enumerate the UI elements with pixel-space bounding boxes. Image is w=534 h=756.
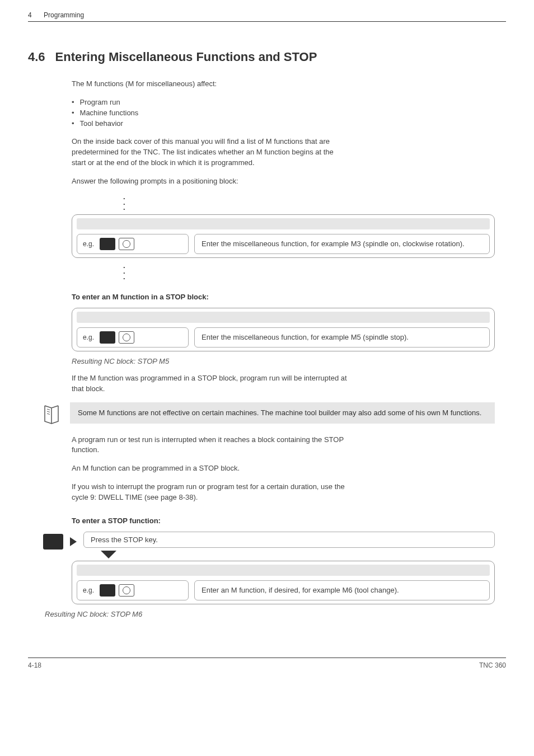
down-arrow-wrap <box>101 551 506 558</box>
eg-label: e.g. <box>83 586 94 594</box>
section-title-text: Entering Miscellaneous Functions and STO… <box>55 50 317 64</box>
stop-key-icon <box>43 534 63 550</box>
chapter-title: Programming <box>44 11 84 19</box>
para-1: A program run or test run is interrupted… <box>72 435 363 456</box>
key-sequence: e.g. <box>77 327 189 348</box>
prompt-description: Enter the miscellaneous function, for ex… <box>194 327 490 348</box>
chapter-number: 4 <box>28 11 32 19</box>
prompt-box-2: e.g. Enter the miscellaneous function, f… <box>72 308 495 351</box>
eg-label: e.g. <box>83 334 94 341</box>
section-heading: 4.6 Entering Miscellaneous Functions and… <box>28 50 506 64</box>
footer-model: TNC 360 <box>479 661 506 669</box>
resulting-block-1: Resulting NC block: STOP M5 <box>72 357 506 365</box>
intro-para-2: Answer the following prompts in a positi… <box>72 176 495 187</box>
arrow-down-icon <box>101 551 116 558</box>
key-sequence: e.g. <box>77 580 189 600</box>
page-footer: 4-18 TNC 360 <box>28 658 506 669</box>
para-2: An M function can be programmed in a STO… <box>72 463 495 474</box>
list-item: Tool behavior <box>72 119 495 129</box>
section-number: 4.6 <box>28 50 45 64</box>
enter-key-icon <box>119 331 134 344</box>
svg-line-2 <box>47 414 50 415</box>
prompt-box-1: e.g. Enter the miscellaneous function, f… <box>72 214 495 258</box>
eg-label: e.g. <box>83 240 94 248</box>
dialog-bar <box>77 312 490 323</box>
list-item: Program run <box>72 97 495 108</box>
svg-line-1 <box>47 411 50 412</box>
resulting-block-2: Resulting NC block: STOP M6 <box>45 610 506 618</box>
arrow-right-icon <box>70 537 77 546</box>
key-sequence: e.g. <box>77 234 189 254</box>
list-item: Machine functions <box>72 108 495 119</box>
info-text: Some M functions are not effective on ce… <box>70 402 495 424</box>
intro-lead: The M functions (M for miscellaneous) af… <box>72 79 495 90</box>
dialog-bar <box>77 565 490 576</box>
subheading-stop-block: To enter an M function in a STOP block: <box>72 293 506 301</box>
ellipsis-dots: ... <box>123 264 506 279</box>
stop-press-text: Press the STOP key. <box>83 532 495 548</box>
stop-key-row: Press the STOP key. <box>43 532 495 550</box>
prompt-description: Enter the miscellaneous function, for ex… <box>194 234 490 254</box>
manual-icon <box>43 405 60 425</box>
enter-key-icon <box>119 584 134 597</box>
subheading-stop-func: To enter a STOP function: <box>72 516 506 525</box>
ellipsis-dots: ... <box>123 195 506 210</box>
numeric-key-icon <box>100 584 115 597</box>
footer-page-number: 4-18 <box>28 661 41 669</box>
para-3: If you wish to interrupt the program run… <box>72 482 352 503</box>
intro-para-1: On the inside back cover of this manual … <box>72 137 346 168</box>
info-callout: Some M functions are not effective on ce… <box>43 402 495 425</box>
intro-bullets: Program run Machine functions Tool behav… <box>72 97 495 129</box>
page-header: 4 Programming <box>28 11 506 22</box>
after-stop-para: If the M function was programmed in a ST… <box>72 373 352 395</box>
numeric-key-icon <box>100 238 115 250</box>
prompt-box-3: e.g. Enter an M function, if desired, fo… <box>72 561 495 604</box>
svg-line-0 <box>47 409 50 410</box>
prompt-description: Enter an M function, if desired, for exa… <box>194 580 490 600</box>
enter-key-icon <box>119 238 134 250</box>
dialog-bar <box>77 218 490 229</box>
numeric-key-icon <box>100 331 115 344</box>
